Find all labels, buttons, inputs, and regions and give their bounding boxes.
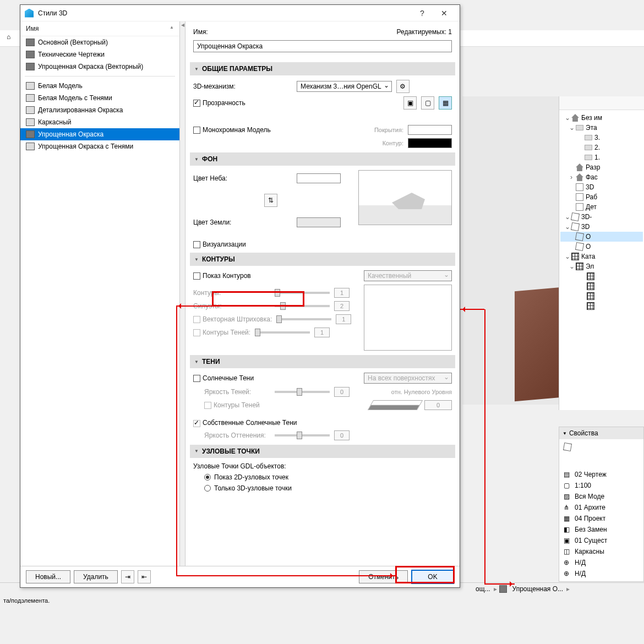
radio-2d-nodes[interactable]: Показ 2D-узловых точек — [204, 473, 288, 481]
property-row[interactable]: ⊕Н/Д — [561, 568, 641, 579]
cancel-button[interactable]: Отменить — [359, 570, 408, 583]
mechanism-dropdown[interactable]: Механизм 3…ния OpenGL — [297, 81, 392, 92]
titlebar: Стили 3D ? ✕ — [20, 5, 460, 21]
prop-icon: ⊕ — [564, 570, 571, 577]
zero-value: 0 — [424, 400, 452, 410]
export-icon[interactable]: ⇤ — [138, 570, 151, 583]
nav-item[interactable]: О — [560, 232, 643, 242]
transparency-checkbox[interactable]: Прозрачность — [193, 99, 245, 107]
nav-item[interactable]: ›Фас — [560, 172, 643, 182]
list-item[interactable]: Белая Модель — [20, 80, 179, 92]
list-item[interactable]: Технические Чертежи — [20, 48, 179, 61]
visualizations-checkbox[interactable]: Визуализации — [193, 241, 246, 248]
rel-zero-label: отн. Нулевого Уровня — [354, 389, 452, 395]
radio-3d-nodes[interactable]: Только 3D-узловые точки — [204, 484, 292, 492]
nav-item[interactable]: Разр — [560, 162, 643, 172]
silhouettes-value: 2 — [334, 301, 350, 311]
close-button[interactable]: ✕ — [433, 9, 455, 18]
mode-icon-1[interactable]: ▣ — [403, 96, 417, 110]
style-icon — [26, 118, 35, 126]
nav-item[interactable]: 3. — [560, 133, 643, 143]
style-icon — [26, 94, 35, 102]
style-icon — [26, 39, 35, 46]
breadcrumb[interactable]: Упрощенная О... — [509, 585, 566, 593]
list-header[interactable]: Имя — [20, 21, 179, 36]
folder-icon — [576, 125, 583, 130]
detail-pane: Имя: Редактируемых: 1 ОБЩИЕ ПАРАМЕТРЫ 3D… — [185, 21, 460, 566]
cube-icon — [575, 242, 584, 251]
monochrome-checkbox[interactable]: Монохромная Модель — [193, 126, 271, 134]
vector-hatch-checkbox: Векторная Штриховка: — [193, 315, 272, 323]
style-name-input[interactable] — [193, 40, 452, 52]
list-item[interactable]: Упрощенная Окраска с Тенями — [20, 140, 179, 152]
list-item[interactable]: Упрощенная Окраска — [20, 128, 179, 140]
property-row[interactable]: ▣01 Сущест — [561, 535, 641, 546]
property-row[interactable]: ▢1:100 — [561, 480, 641, 491]
nav-item[interactable]: 1. — [560, 152, 643, 162]
help-button[interactable]: ? — [411, 9, 433, 18]
property-row[interactable]: ▦04 Проект — [561, 513, 641, 524]
property-row[interactable]: ◧Без Замен — [561, 524, 641, 535]
nav-item[interactable]: Дет — [560, 202, 643, 212]
ground-color[interactable] — [297, 217, 341, 227]
style-icon — [26, 130, 35, 138]
contour-preview — [364, 285, 452, 351]
nav-item[interactable]: 3D — [560, 182, 643, 192]
annotation-arrow — [176, 305, 212, 307]
new-button[interactable]: Новый... — [26, 570, 70, 583]
section-background[interactable]: ФОН — [190, 152, 455, 166]
section-shadows[interactable]: ТЕНИ — [190, 355, 455, 368]
sky-color[interactable] — [297, 173, 341, 183]
annotation-line — [484, 309, 485, 585]
shadow-brightness-label: Яркость Теней: — [193, 388, 270, 396]
vh-slider — [276, 318, 331, 320]
section-contours[interactable]: КОНТУРЫ — [190, 253, 455, 266]
import-icon[interactable]: ⇥ — [121, 570, 134, 583]
shadow-contours2-checkbox: Контуры Теней — [193, 401, 260, 409]
delete-button[interactable]: Удалить — [74, 570, 118, 583]
nav-item[interactable]: ⌄3D- — [560, 212, 643, 222]
nav-root[interactable]: ⌄Без им — [560, 113, 643, 123]
breadcrumb[interactable]: ощ... — [472, 585, 494, 593]
properties-header[interactable]: Свойства — [559, 427, 643, 439]
list-item[interactable]: Упрощенная Окраска (Векторный) — [20, 61, 179, 73]
collapse-handle[interactable]: ◀ — [180, 21, 185, 566]
vh-value: 1 — [336, 314, 351, 324]
list-item[interactable]: Каркасный — [20, 116, 179, 128]
ok-button[interactable]: OK — [411, 570, 454, 584]
property-row[interactable]: ▤02 Чертеж — [561, 469, 641, 480]
contours-slider — [275, 292, 330, 294]
list-item[interactable]: Белая Модель с Тенями — [20, 92, 179, 104]
sun-shadows-checkbox[interactable]: Солнечные Тени — [193, 374, 254, 382]
nav-item[interactable]: 2. — [560, 143, 643, 152]
silhouettes-slider — [275, 305, 330, 307]
show-contours-checkbox[interactable]: Показ Контуров — [193, 272, 251, 280]
list-item[interactable]: Детализированная Окраска — [20, 104, 179, 116]
gear-icon[interactable]: ⚙ — [396, 80, 410, 93]
property-row[interactable]: ⋔01 Архите — [561, 502, 641, 513]
hint-text: та/подэлемента. — [0, 596, 53, 605]
nav-item[interactable]: Раб — [560, 192, 643, 202]
link-icon[interactable]: ⇅ — [264, 194, 277, 207]
list-item[interactable]: Основной (Векторный) — [20, 36, 179, 48]
cover-color[interactable] — [408, 125, 452, 135]
annotation-arrow — [460, 309, 484, 310]
property-row[interactable]: ◫Каркасны — [561, 546, 641, 557]
mode-icon-2[interactable]: ▢ — [421, 96, 434, 110]
annotation-line — [176, 306, 177, 576]
section-nodes[interactable]: УЗЛОВЫЕ ТОЧКИ — [190, 445, 455, 458]
property-row[interactable]: ▨Вся Моде — [561, 491, 641, 502]
grid-icon — [571, 253, 579, 260]
nav-item[interactable]: ⌄Эл — [560, 261, 643, 271]
cube-icon — [571, 212, 580, 221]
nav-item[interactable]: ⌄3D — [560, 222, 643, 232]
section-general[interactable]: ОБЩИЕ ПАРАМЕТРЫ — [190, 62, 455, 75]
mode-icon-3[interactable]: ▦ — [439, 96, 452, 110]
property-row[interactable]: ⊕Н/Д — [561, 557, 641, 568]
nav-item[interactable]: О — [560, 242, 643, 252]
nav-item[interactable]: ⌄Эта — [560, 123, 643, 133]
contour-color[interactable] — [408, 138, 452, 148]
style-icon — [26, 106, 35, 114]
nav-item[interactable]: ⌄Ката — [560, 252, 643, 261]
styles-3d-dialog: Стили 3D ? ✕ Имя Основной (Векторный)Тех… — [20, 4, 460, 588]
